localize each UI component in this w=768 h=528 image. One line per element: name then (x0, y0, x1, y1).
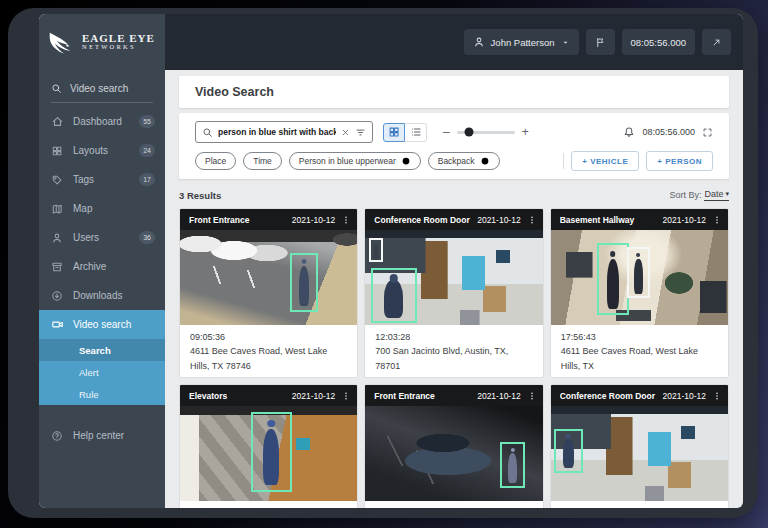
sort-caret-icon: ▾ (725, 190, 729, 198)
clear-search-icon[interactable] (341, 128, 350, 137)
add-vehicle-button[interactable]: + VEHICLE (571, 151, 639, 171)
detection-box (369, 238, 383, 263)
kebab-menu-icon[interactable] (338, 390, 354, 402)
search-input[interactable]: person in blue shirt with backpack (195, 121, 373, 143)
sidebar-item-users[interactable]: Users36 (39, 223, 165, 252)
remove-chip-icon[interactable] (401, 156, 411, 166)
kebab-menu-icon[interactable] (709, 390, 725, 402)
result-card-footer: 10:05:364611 Bee Caves Road, West Lake H… (180, 501, 357, 508)
help-icon (51, 430, 64, 442)
diagonal-arrow-icon (711, 37, 722, 48)
result-card[interactable]: Basement Hallway2021-10-1217:56:434611 B… (550, 208, 729, 378)
filter-chip-label: Backpack (438, 156, 475, 166)
archive-icon (51, 261, 64, 273)
result-card-footer: 18:03:284611 Bee Caves Road, West Lake H… (365, 501, 542, 508)
results-count: 3 Results (179, 190, 221, 201)
sidebar-item-label: Map (73, 203, 92, 214)
sidebar-item-layouts[interactable]: Layouts24 (39, 136, 165, 165)
recording-date: 2021-10-12 (477, 215, 520, 225)
filter-chip[interactable]: Person in blue upperwear (289, 152, 421, 170)
video-thumbnail[interactable] (365, 406, 542, 501)
clock-display[interactable]: 08:05:56.000 (622, 29, 695, 55)
result-card[interactable]: Conference Room Door2021-10-1211:48:3270… (550, 384, 729, 508)
kebab-menu-icon[interactable] (524, 390, 540, 402)
result-card-header: Basement Hallway2021-10-12 (551, 209, 728, 230)
camera-icon (51, 318, 64, 331)
sidebar-subitem-search[interactable]: Search (39, 339, 165, 361)
thumbnail-zoom-slider: – + (443, 126, 529, 138)
sidebar-item-video-search[interactable]: Video search (39, 310, 165, 339)
result-card[interactable]: Front Entrance2021-10-1218:03:284611 Bee… (364, 384, 543, 508)
expand-button[interactable] (702, 29, 731, 55)
header-clock: 08:05:56.000 (642, 127, 695, 137)
video-thumbnail[interactable] (551, 230, 728, 325)
result-card-footer: 11:48:32700 San Jacinto Blvd, Austin, TX… (551, 501, 728, 508)
video-thumbnail[interactable] (551, 406, 728, 501)
filter-chip[interactable]: Backpack (428, 152, 500, 170)
grid-view-icon (388, 126, 400, 138)
list-view-button[interactable] (405, 123, 427, 142)
kebab-menu-icon[interactable] (338, 214, 354, 226)
sidebar-item-map[interactable]: Map (39, 194, 165, 223)
filter-chip-label: Place (205, 156, 226, 166)
user-menu[interactable]: John Patterson (464, 29, 579, 55)
detection-box (554, 429, 582, 473)
flag-icon (595, 36, 606, 49)
sidebar-search[interactable]: Video search (39, 70, 165, 102)
detection-box (627, 247, 650, 298)
result-card[interactable]: Elevators2021-10-1210:05:364611 Bee Cave… (179, 384, 358, 508)
camera-address: 4611 Bee Caves Road, West Lake Hills, TX… (190, 344, 347, 373)
sidebar-item-label: Dashboard (73, 116, 122, 127)
sidebar-subitem-rule[interactable]: Rule (39, 383, 165, 405)
result-card-footer: 17:56:434611 Bee Caves Road, West Lake H… (551, 325, 728, 377)
zoom-out-button[interactable]: – (443, 126, 450, 138)
sidebar-item-archive[interactable]: Archive (39, 252, 165, 281)
sort-control[interactable]: Sort By: Date ▾ (669, 189, 729, 201)
result-card-header: Conference Room Door2021-10-12 (551, 385, 728, 406)
zoom-slider-handle[interactable] (465, 128, 474, 137)
filter-icon[interactable] (355, 127, 366, 138)
remove-chip-icon[interactable] (480, 156, 490, 166)
top-bar-controls: John Patterson 08:05:56.000 (165, 14, 743, 70)
filter-chip-label: Time (253, 156, 272, 166)
camera-name: Conference Room Door (374, 215, 477, 225)
grid-view-button[interactable] (383, 123, 405, 142)
detection-box (371, 268, 417, 323)
video-thumbnail[interactable] (180, 230, 357, 325)
filter-chip[interactable]: Place (195, 152, 236, 170)
sidebar-item-tags[interactable]: Tags17 (39, 165, 165, 194)
zoom-slider-track[interactable] (457, 131, 515, 134)
divider (563, 153, 564, 169)
search-controls-panel: person in blue shirt with backpack (179, 113, 729, 179)
filter-chip[interactable]: Time (243, 152, 282, 170)
sidebar-subnav: SearchAlertRule (39, 339, 165, 405)
sidebar: Video search Dashboard55Layouts24Tags17M… (39, 70, 165, 508)
fullscreen-icon[interactable] (702, 127, 713, 138)
sidebar-item-downloads[interactable]: Downloads (39, 281, 165, 310)
result-card[interactable]: Conference Room Door2021-10-1212:03:2870… (364, 208, 543, 378)
bell-icon[interactable] (623, 126, 635, 138)
result-card-header: Elevators2021-10-12 (180, 385, 357, 406)
result-card[interactable]: Front Entrance2021-10-1209:05:364611 Bee… (179, 208, 358, 378)
video-thumbnail[interactable] (180, 406, 357, 501)
page-title: Video Search (179, 76, 729, 108)
kebab-menu-icon[interactable] (524, 214, 540, 226)
camera-name: Front Entrance (189, 215, 292, 225)
event-time: 17:56:43 (561, 330, 718, 344)
video-thumbnail[interactable] (365, 230, 542, 325)
clock-value: 08:05:56.000 (631, 37, 686, 48)
sidebar-subitem-alert[interactable]: Alert (39, 361, 165, 383)
chevron-down-icon (561, 38, 570, 47)
count-badge: 24 (139, 144, 155, 157)
kebab-menu-icon[interactable] (709, 214, 725, 226)
count-badge: 17 (139, 173, 155, 186)
filter-chip-label: Person in blue upperwear (299, 156, 396, 166)
sidebar-item-help-center[interactable]: Help center (39, 421, 165, 450)
tag-icon (51, 174, 64, 186)
sidebar-item-dashboard[interactable]: Dashboard55 (39, 107, 165, 136)
zoom-in-button[interactable]: + (522, 126, 529, 138)
search-icon (51, 83, 62, 94)
add-person-button[interactable]: + PERSON (646, 151, 713, 171)
flag-button[interactable] (586, 29, 615, 55)
sidebar-item-label: Help center (73, 430, 124, 441)
